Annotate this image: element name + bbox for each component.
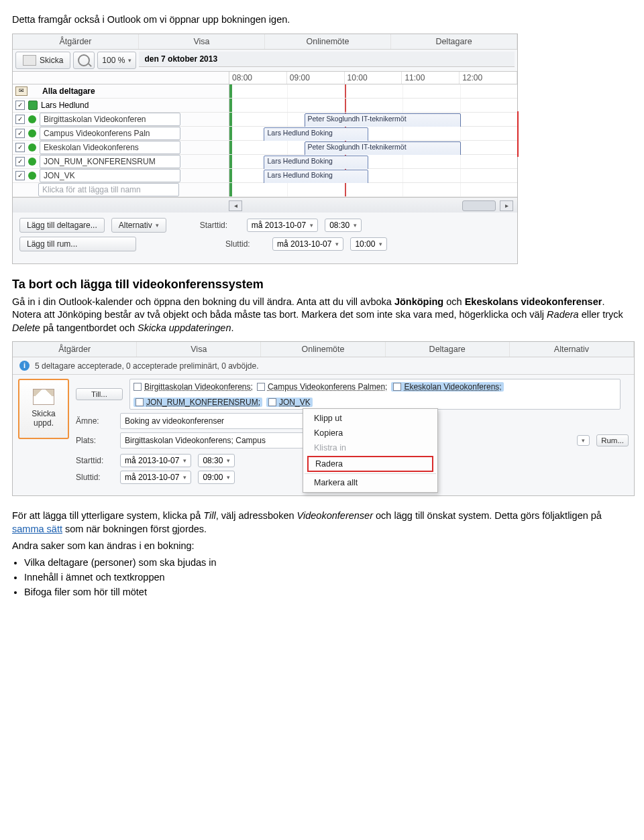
row-jon-vk[interactable]: JON_VK Lars Hedlund Boking	[13, 169, 517, 183]
tab-participants[interactable]: Deltagare	[386, 342, 510, 357]
hour-0800: 08:00	[229, 72, 287, 84]
starttime-value: 08:30	[203, 456, 223, 465]
recipient-chip[interactable]: Campus Videokonferens Palmen;	[257, 382, 388, 392]
add-room-button[interactable]: Lägg till rum...	[19, 237, 136, 251]
para-add-system: För att lägga till ytterligare system, k…	[12, 509, 632, 536]
checkbox-icon[interactable]	[15, 129, 25, 138]
outlook-scheduling-screenshot: Åtgärder Visa Onlinemöte Deltagare Skick…	[12, 34, 518, 264]
enddate-value: må 2013-10-07	[125, 473, 179, 482]
appt-lars[interactable]: Lars Hedlund Boking	[264, 127, 368, 142]
send-update-button[interactable]: Skicka uppd.	[18, 379, 69, 439]
list-item: Innehåll i ämnet och textkroppen	[24, 572, 632, 583]
appt-lars[interactable]: Lars Hedlund Boking	[264, 156, 368, 170]
starttime-dropdown[interactable]: 08:30▾	[198, 454, 235, 467]
to-field[interactable]: Birgittaskolan Videokonferens; Campus Vi…	[129, 379, 621, 410]
tab-participants[interactable]: Deltagare	[391, 34, 517, 49]
hour-1200: 12:00	[460, 72, 517, 84]
chevron-down-icon: ▾	[227, 457, 230, 464]
presence-icon	[28, 101, 38, 110]
send-button[interactable]: Skicka	[15, 52, 70, 69]
menu-select-all[interactable]: Markera allt	[305, 473, 436, 490]
hour-1100: 11:00	[402, 72, 460, 84]
recipient-chip-selected[interactable]: Ekeskolan Videokonferens;	[391, 382, 503, 392]
tab-view[interactable]: Visa	[137, 342, 261, 357]
endtime-dropdown[interactable]: 09:00▾	[198, 471, 235, 484]
zoom-button[interactable]	[73, 52, 95, 69]
alternativ-button[interactable]: Alternativ ▾	[111, 218, 166, 233]
same-way-link[interactable]: samma sätt	[12, 524, 62, 534]
startdate-value: må 2013-10-07	[252, 221, 306, 230]
bullet-list: Vilka deltagare (personer) som ska bjuda…	[24, 557, 632, 597]
starttid-label: Starttid:	[200, 221, 240, 230]
row-campus[interactable]: Campus Videokonferens Paln Lars Hedlund …	[13, 127, 517, 141]
row-add-name[interactable]: Klicka för att lägga till namn	[13, 183, 517, 197]
date-header: den 7 oktober 2013	[139, 52, 515, 67]
tab-view[interactable]: Visa	[139, 34, 265, 49]
row-jon-rum[interactable]: JON_RUM_KONFERENSRUM Lars Hedlund Boking	[13, 155, 517, 169]
context-menu: Klipp ut Kopiera Klistra in Radera Marke…	[303, 408, 438, 493]
tab-alternativ[interactable]: Alternativ	[510, 342, 634, 357]
zoom-value-button[interactable]: 100 % ▾	[97, 52, 136, 69]
scroll-thumb[interactable]	[462, 200, 496, 211]
sluttid-label: Sluttid:	[76, 473, 113, 482]
send-update-label: Skicka uppd.	[22, 409, 65, 428]
time-scale: 08:00 09:00 10:00 11:00 12:00	[13, 72, 517, 84]
list-item: Bifoga filer som hör till mötet	[24, 587, 632, 597]
hour-1000: 10:00	[345, 72, 402, 84]
to-button[interactable]: Till...	[76, 388, 123, 400]
endtime-dropdown[interactable]: 10:00▾	[350, 237, 387, 251]
row-lars-hedlund[interactable]: Lars Hedlund	[13, 99, 517, 113]
presence-icon	[28, 129, 36, 137]
checkbox-icon[interactable]	[15, 157, 25, 166]
scroll-left-icon[interactable]: ◂	[229, 200, 242, 211]
tab-onlinemeeting[interactable]: Onlinemöte	[261, 342, 385, 357]
tab-onlinemeeting[interactable]: Onlinemöte	[265, 34, 391, 49]
appt-lars[interactable]: Lars Hedlund Boking	[264, 170, 368, 184]
appt-peter[interactable]: Peter Skoglundh IT-teknikermöt	[305, 113, 461, 128]
add-name-placeholder[interactable]: Klicka för att lägga till namn	[38, 183, 179, 196]
presence-icon	[28, 172, 36, 180]
intro-text: Detta framgår också i Outlook om vi öppn…	[12, 13, 632, 27]
envelope-icon	[33, 389, 54, 405]
startdate-dropdown[interactable]: må 2013-10-07▾	[120, 454, 191, 467]
room-button[interactable]: Rum...	[596, 434, 629, 446]
chevron-down-icon: ▾	[227, 474, 230, 481]
checkbox-icon[interactable]	[15, 171, 25, 180]
presence-icon	[28, 143, 36, 152]
hour-0900: 09:00	[287, 72, 345, 84]
enddate-value: må 2013-10-07	[277, 239, 331, 249]
starttime-dropdown[interactable]: 08:30▾	[325, 219, 362, 232]
menu-cut[interactable]: Klipp ut	[305, 411, 436, 426]
startdate-dropdown[interactable]: må 2013-10-07▾	[247, 219, 318, 232]
enddate-dropdown[interactable]: må 2013-10-07▾	[120, 471, 191, 484]
sluttid-label: Sluttid:	[225, 239, 266, 249]
status-infobar: i 5 deltagare accepterade, 0 accepterade…	[13, 357, 634, 375]
recipient-chip-selected[interactable]: JON_VK	[266, 398, 313, 407]
infobar-text: 5 deltagare accepterade, 0 accepterade p…	[35, 361, 259, 371]
location-dropdown[interactable]: ▾	[577, 435, 590, 446]
recipient-chip[interactable]: Birgittaskolan Videokonferens;	[133, 382, 253, 392]
appt-peter[interactable]: Peter Skoglundh IT-teknikermöt	[305, 141, 461, 156]
menu-copy[interactable]: Kopiera	[305, 426, 436, 440]
chevron-down-icon: ▾	[335, 241, 339, 247]
checkbox-icon[interactable]	[15, 143, 25, 152]
ribbon-tabs: Åtgärder Visa Onlinemöte Deltagare Alter…	[13, 342, 634, 357]
recipient-chip-selected[interactable]: JON_RUM_KONFERENSRUM;	[133, 398, 262, 407]
tab-actions[interactable]: Åtgärder	[13, 34, 139, 49]
add-participant-button[interactable]: Lägg till deltagare...	[19, 218, 105, 233]
horizontal-scrollbar[interactable]: ◂ ▸	[13, 197, 517, 213]
enddate-dropdown[interactable]: må 2013-10-07▾	[272, 237, 343, 251]
checkbox-icon[interactable]	[15, 115, 25, 124]
scroll-right-icon[interactable]: ▸	[500, 200, 513, 211]
send-icon	[23, 55, 36, 66]
location-label: Plats:	[76, 436, 113, 445]
checkbox-icon[interactable]	[15, 101, 25, 110]
attendee-name: Campus Videokonferens Paln	[40, 127, 180, 140]
outlook-appointment-screenshot: Åtgärder Visa Onlinemöte Deltagare Alter…	[12, 341, 635, 496]
chevron-down-icon: ▾	[354, 222, 357, 229]
row-birgittaskolan[interactable]: Birgittaskolan Videokonferen Peter Skogl…	[13, 113, 517, 127]
menu-delete[interactable]: Radera	[307, 456, 433, 472]
tab-actions[interactable]: Åtgärder	[13, 342, 137, 357]
attendee-name: Birgittaskolan Videokonferen	[40, 113, 180, 126]
row-ekeskolan[interactable]: Ekeskolan Videokonferens Peter Skoglundh…	[13, 141, 517, 155]
